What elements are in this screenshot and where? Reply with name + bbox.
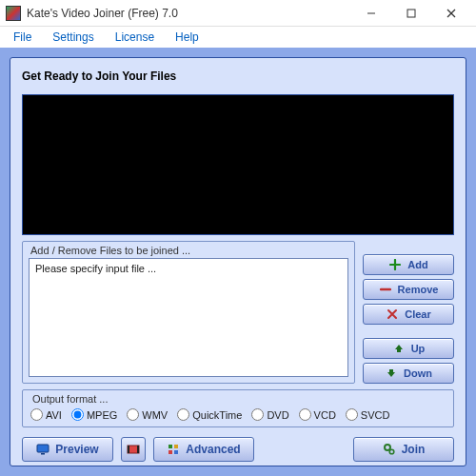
clear-button[interactable]: Clear — [363, 304, 454, 325]
menu-settings[interactable]: Settings — [43, 29, 103, 46]
video-preview — [22, 94, 454, 235]
close-button[interactable] — [432, 2, 470, 25]
window-controls — [352, 2, 470, 25]
title-bar: Kate's Video Joiner (Free) 7.0 — [0, 0, 476, 27]
minus-icon — [379, 283, 392, 296]
radio-wmv[interactable]: WMV — [127, 408, 168, 421]
file-list-placeholder: Please specify input file ... — [35, 263, 156, 274]
svg-rect-9 — [137, 446, 139, 453]
preview-button[interactable]: Preview — [22, 437, 113, 462]
radio-avi[interactable]: AVI — [30, 408, 62, 421]
panel-title: Get Ready to Join Your Files — [22, 66, 454, 89]
film-icon — [127, 443, 140, 456]
bottom-bar: Preview Advanced Join — [22, 433, 454, 462]
svg-rect-10 — [169, 445, 172, 448]
svg-rect-6 — [41, 453, 45, 455]
file-section: Add / Remove Files to be joined ... Plea… — [22, 241, 454, 384]
svg-point-15 — [389, 449, 394, 454]
format-group: Output format ... AVI MPEG WMV QuickTime… — [22, 389, 454, 427]
clear-label: Clear — [405, 308, 431, 320]
main-panel: Get Ready to Join Your Files Add / Remov… — [10, 57, 466, 466]
menu-file[interactable]: File — [4, 29, 41, 46]
svg-rect-5 — [37, 445, 49, 452]
join-label: Join — [402, 443, 426, 456]
radio-quicktime[interactable]: QuickTime — [177, 408, 242, 421]
svg-rect-1 — [407, 10, 415, 17]
add-label: Add — [407, 259, 427, 270]
svg-point-14 — [385, 445, 390, 450]
window-title: Kate's Video Joiner (Free) 7.0 — [27, 7, 352, 20]
tool-icon — [167, 443, 180, 456]
advanced-label: Advanced — [186, 443, 240, 456]
radio-mpeg[interactable]: MPEG — [71, 408, 117, 421]
down-label: Down — [404, 367, 432, 379]
arrow-up-icon — [392, 342, 406, 355]
x-icon — [386, 307, 399, 321]
up-button[interactable]: Up — [363, 338, 454, 359]
format-radios: AVI MPEG WMV QuickTime DVD VCD SVCD — [30, 407, 446, 421]
radio-vcd[interactable]: VCD — [299, 408, 336, 421]
join-button[interactable]: Join — [353, 437, 454, 462]
options-button[interactable] — [121, 437, 146, 462]
remove-label: Remove — [398, 284, 439, 295]
client-area: Get Ready to Join Your Files Add / Remov… — [0, 48, 476, 476]
arrow-down-icon — [385, 367, 398, 380]
menu-help[interactable]: Help — [166, 29, 208, 46]
maximize-button[interactable] — [392, 2, 430, 25]
file-buttons: Add Remove Clear Up Down — [363, 241, 454, 384]
plus-icon — [388, 258, 402, 271]
file-group: Add / Remove Files to be joined ... Plea… — [22, 241, 355, 384]
remove-button[interactable]: Remove — [363, 279, 454, 300]
preview-label: Preview — [55, 443, 98, 456]
menu-license[interactable]: License — [106, 29, 164, 46]
svg-rect-11 — [174, 445, 178, 448]
gears-icon — [383, 443, 396, 456]
svg-rect-13 — [174, 450, 178, 454]
radio-dvd[interactable]: DVD — [251, 408, 288, 421]
svg-rect-12 — [169, 450, 172, 454]
add-button[interactable]: Add — [363, 254, 454, 275]
advanced-button[interactable]: Advanced — [153, 437, 254, 462]
svg-rect-8 — [128, 446, 129, 453]
menu-bar: File Settings License Help — [0, 27, 476, 48]
up-label: Up — [411, 343, 426, 354]
file-group-label: Add / Remove Files to be joined ... — [29, 245, 348, 256]
monitor-icon — [36, 443, 50, 456]
file-list[interactable]: Please specify input file ... — [29, 258, 348, 377]
format-label: Output format ... — [30, 393, 446, 405]
down-button[interactable]: Down — [363, 363, 454, 384]
radio-svcd[interactable]: SVCD — [346, 408, 390, 421]
minimize-button[interactable] — [352, 2, 390, 25]
app-icon — [6, 6, 21, 21]
